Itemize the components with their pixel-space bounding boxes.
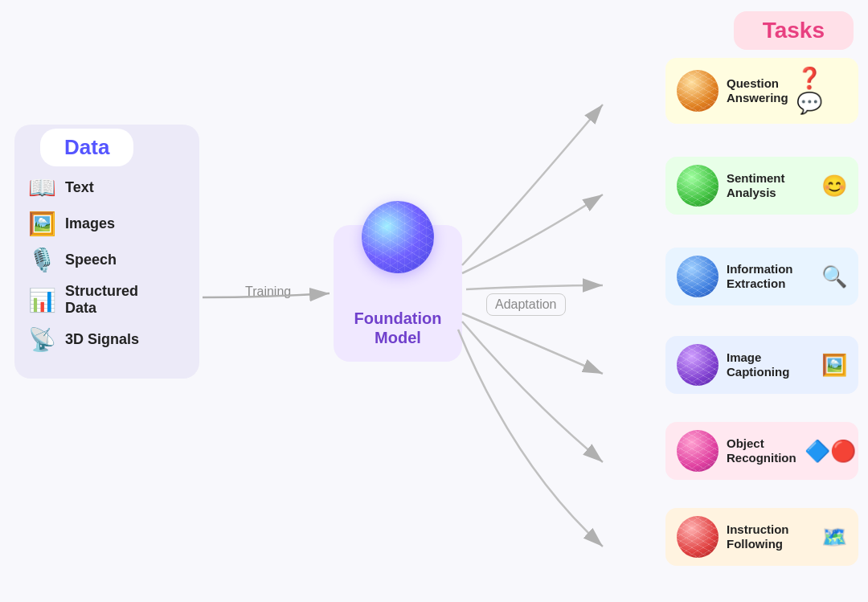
task-text-or: ObjectRecognition xyxy=(727,436,796,465)
task-card-or: ObjectRecognition 🔷🔴 xyxy=(665,422,858,480)
data-item-text: 📖 Text xyxy=(27,174,187,201)
data-label-structured: StructuredData xyxy=(65,283,138,317)
task-name-ic: ImageCaptioning xyxy=(727,350,813,379)
task-icon-if: 🗺️ xyxy=(821,525,847,550)
foundation-model-box: FoundationModel xyxy=(334,225,462,362)
tasks-title-box: Tasks xyxy=(734,11,854,50)
task-name-or: ObjectRecognition xyxy=(727,436,796,465)
task-text-qa: QuestionAnswering xyxy=(727,76,788,105)
task-text-ie: InformationExtraction xyxy=(727,262,813,291)
task-name-sa: SentimentAnalysis xyxy=(727,171,813,200)
task-text-ic: ImageCaptioning xyxy=(727,350,813,379)
signals-icon: 📡 xyxy=(27,326,57,353)
task-icon-sa: 😊 xyxy=(821,174,847,199)
task-sphere-ic xyxy=(677,344,719,386)
speech-icon: 🎙️ xyxy=(27,247,57,273)
foundation-model-label: FoundationModel xyxy=(354,309,442,347)
data-item-speech: 🎙️ Speech xyxy=(27,247,187,273)
data-title-box: Data xyxy=(40,129,133,166)
adaptation-label: Adaptation xyxy=(486,293,566,316)
structured-icon: 📊 xyxy=(27,287,57,313)
data-label-text: Text xyxy=(65,179,94,196)
training-label: Training xyxy=(237,281,299,302)
data-item-structured: 📊 StructuredData xyxy=(27,283,187,317)
images-icon: 🖼️ xyxy=(27,211,57,237)
task-text-sa: SentimentAnalysis xyxy=(727,171,813,200)
task-icon-ic: 🖼️ xyxy=(821,353,847,378)
foundation-sphere xyxy=(362,201,434,273)
data-label-signals: 3D Signals xyxy=(65,331,139,348)
text-icon: 📖 xyxy=(27,174,57,201)
task-sphere-or xyxy=(677,430,719,472)
task-sphere-if xyxy=(677,516,719,558)
task-icon-qa: ❓💬 xyxy=(796,66,847,116)
tasks-title: Tasks xyxy=(763,18,825,43)
task-card-ic: ImageCaptioning 🖼️ xyxy=(665,336,858,394)
task-sphere-ie xyxy=(677,256,719,297)
task-name-if: InstructionFollowing xyxy=(727,522,813,551)
task-sphere-sa xyxy=(677,165,719,207)
data-item-signals: 📡 3D Signals xyxy=(27,326,187,353)
task-icon-ie: 🔍 xyxy=(821,264,847,289)
task-name-qa: QuestionAnswering xyxy=(727,76,788,105)
task-card-sa: SentimentAnalysis 😊 xyxy=(665,157,858,215)
task-card-qa: QuestionAnswering ❓💬 xyxy=(665,58,858,124)
task-name-ie: InformationExtraction xyxy=(727,262,813,291)
task-icon-or: 🔷🔴 xyxy=(805,439,856,464)
data-item-images: 🖼️ Images xyxy=(27,211,187,237)
task-text-if: InstructionFollowing xyxy=(727,522,813,551)
task-sphere-qa xyxy=(677,70,719,112)
data-label-images: Images xyxy=(65,215,115,232)
data-title: Data xyxy=(64,135,109,159)
data-label-speech: Speech xyxy=(65,252,117,268)
task-card-if: InstructionFollowing 🗺️ xyxy=(665,508,858,566)
task-card-ie: InformationExtraction 🔍 xyxy=(665,248,858,305)
